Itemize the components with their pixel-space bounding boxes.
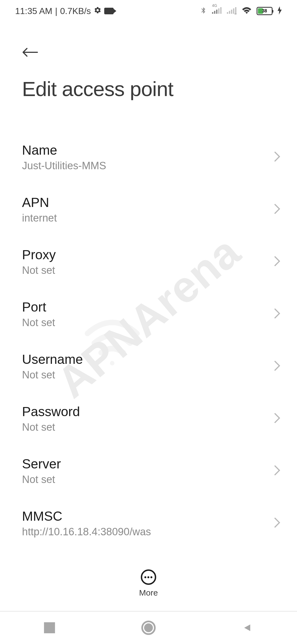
status-bar-right: 4G 38 [200, 6, 282, 17]
setting-label: Name [22, 143, 274, 158]
chevron-right-icon [274, 465, 280, 477]
charging-icon [277, 6, 282, 16]
nav-home-button[interactable] [140, 620, 157, 636]
settings-list: Name Just-Utilities-MMS APN internet Pro… [0, 112, 297, 556]
status-time: 11:35 AM [15, 6, 52, 16]
wifi-icon [242, 6, 252, 16]
setting-value: Not set [22, 369, 274, 381]
nav-back-button[interactable] [239, 620, 256, 636]
svg-rect-5 [227, 12, 228, 14]
signal-no-sim-icon [227, 7, 237, 15]
setting-label: Server [22, 456, 274, 471]
setting-username[interactable]: Username Not set [0, 340, 297, 392]
setting-value: Not set [22, 474, 274, 485]
setting-value: Not set [22, 264, 274, 276]
chevron-right-icon [274, 517, 280, 529]
setting-password[interactable]: Password Not set [0, 392, 297, 445]
setting-value: internet [22, 212, 274, 224]
svg-rect-0 [212, 12, 213, 14]
setting-value: Not set [22, 317, 274, 329]
setting-label: Port [22, 299, 274, 315]
svg-rect-4 [220, 7, 222, 14]
setting-label: APN [22, 195, 274, 210]
setting-proxy[interactable]: Proxy Not set [0, 236, 297, 288]
svg-rect-8 [233, 9, 235, 14]
svg-rect-2 [216, 10, 218, 14]
more-button[interactable]: More [139, 569, 158, 597]
bottom-action-bar: More [0, 553, 297, 608]
app-bar: Edit access point [0, 22, 297, 112]
setting-mmsc[interactable]: MMSC http://10.16.18.4:38090/was [0, 497, 297, 549]
svg-rect-6 [229, 11, 230, 14]
status-data-rate: 0.7KB/s [60, 6, 91, 16]
nav-recent-button[interactable] [41, 620, 58, 636]
chevron-right-icon [274, 256, 280, 268]
setting-value: Not set [22, 421, 274, 433]
bluetooth-icon [200, 6, 207, 17]
more-icon [141, 569, 156, 585]
page-title: Edit access point [22, 77, 275, 101]
setting-name[interactable]: Name Just-Utilities-MMS [0, 131, 297, 183]
status-bar-left: 11:35 AM | 0.7KB/s [15, 6, 114, 16]
battery-icon: 38 [257, 7, 273, 15]
chevron-right-icon [274, 203, 280, 215]
chevron-right-icon [274, 413, 280, 425]
camera-icon [104, 8, 114, 14]
settings-icon [94, 6, 101, 16]
back-button[interactable] [22, 47, 38, 58]
setting-apn[interactable]: APN internet [0, 183, 297, 236]
setting-port[interactable]: Port Not set [0, 288, 297, 340]
svg-rect-9 [235, 7, 237, 14]
chevron-right-icon [274, 151, 280, 163]
setting-label: MMSC [22, 509, 274, 524]
signal-4g-icon: 4G [212, 7, 222, 15]
svg-rect-3 [218, 9, 220, 14]
setting-label: Proxy [22, 247, 274, 262]
setting-label: Password [22, 404, 274, 419]
status-bar: 11:35 AM | 0.7KB/s 4G 38 [0, 0, 297, 22]
svg-rect-1 [214, 11, 216, 14]
chevron-right-icon [274, 360, 280, 372]
chevron-right-icon [274, 308, 280, 320]
setting-label: Username [22, 352, 274, 367]
svg-rect-7 [231, 10, 232, 14]
navigation-bar [0, 611, 297, 644]
setting-value: Just-Utilities-MMS [22, 160, 274, 172]
setting-server[interactable]: Server Not set [0, 445, 297, 497]
more-label: More [139, 588, 158, 597]
setting-value: http://10.16.18.4:38090/was [22, 526, 274, 538]
